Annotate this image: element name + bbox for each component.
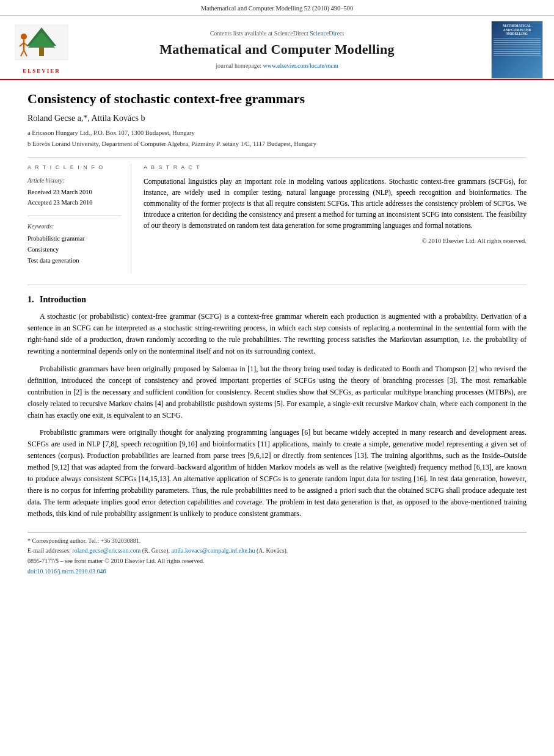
affiliations-block: a Ericsson Hungary Ltd., P.O. Box 107, 1… bbox=[27, 128, 527, 149]
intro-paragraph-1: A stochastic (or probabilistic) context-… bbox=[27, 311, 527, 357]
main-content-area: Consistency of stochastic context-free g… bbox=[0, 80, 554, 588]
journal-cover-right: MATHEMATICALAND COMPUTERMODELLING bbox=[482, 21, 543, 79]
keyword-1: Probabilistic grammar bbox=[27, 233, 122, 244]
journal-header-band: ELSEVIER Contents lists available at Sci… bbox=[0, 16, 554, 80]
accepted-date: Accepted 23 March 2010 bbox=[27, 198, 122, 208]
email2-link[interactable]: attila.kovacs@compalg.inf.elte.hu bbox=[172, 547, 255, 554]
footnotes-area: * Corresponding author. Tel.: +36 302030… bbox=[27, 532, 527, 576]
article-info-abstract-section: A R T I C L E I N F O Article history: R… bbox=[27, 164, 527, 273]
article-history-block: Article history: Received 23 March 2010 … bbox=[27, 176, 122, 208]
email-footnote: E-mail addresses: roland.gecse@ericsson.… bbox=[27, 546, 527, 556]
elsevier-tree-icon bbox=[15, 24, 68, 66]
keyword-2: Consistency bbox=[27, 244, 122, 255]
homepage-link[interactable]: www.elsevier.com/locate/mcm bbox=[263, 62, 338, 69]
sciencedirect-link[interactable]: ScienceDirect bbox=[310, 30, 344, 37]
cover-decorative-lines bbox=[494, 38, 541, 57]
intro-paragraph-3: Probabilistic grammars were originally t… bbox=[27, 427, 527, 520]
journal-citation-header: Mathematical and Computer Modelling 52 (… bbox=[0, 0, 554, 16]
contents-available-line: Contents lists available at ScienceDirec… bbox=[78, 29, 476, 38]
abstract-header: A B S T R A C T bbox=[144, 164, 527, 172]
section-title-text: Introduction bbox=[40, 295, 86, 304]
authors-text: Roland Gecse a,*, Attila Kovács b bbox=[27, 114, 145, 123]
svg-point-4 bbox=[21, 34, 27, 40]
keywords-label: Keywords: bbox=[27, 222, 122, 231]
homepage-line: journal homepage: www.elsevier.com/locat… bbox=[78, 62, 476, 71]
elsevier-wordmark: ELSEVIER bbox=[23, 67, 60, 75]
divider-top bbox=[27, 157, 527, 158]
issn-line: 0895-7177/$ – see front matter © 2010 El… bbox=[27, 557, 527, 566]
article-info-column: A R T I C L E I N F O Article history: R… bbox=[27, 164, 131, 273]
keyword-3: Test data generation bbox=[27, 255, 122, 266]
copyright-line: © 2010 Elsevier Ltd. All rights reserved… bbox=[144, 236, 527, 245]
svg-rect-1 bbox=[39, 48, 44, 56]
paper-title: Consistency of stochastic context-free g… bbox=[27, 91, 527, 107]
citation-text: Mathematical and Computer Modelling 52 (… bbox=[201, 5, 354, 12]
doi-line: doi:10.1016/j.mcm.2010.03.046 bbox=[27, 567, 527, 576]
affiliation-a: a Ericsson Hungary Ltd., P.O. Box 107, 1… bbox=[27, 128, 527, 138]
intro-paragraph-2: Probabilistic grammars have been origina… bbox=[27, 363, 527, 421]
journal-title: Mathematical and Computer Modelling bbox=[78, 40, 476, 59]
article-info-header: A R T I C L E I N F O bbox=[27, 164, 122, 172]
corresponding-author-note: * Corresponding author. Tel.: +36 302030… bbox=[27, 536, 527, 546]
doi-link[interactable]: doi:10.1016/j.mcm.2010.03.046 bbox=[27, 568, 106, 575]
authors-line: Roland Gecse a,*, Attila Kovács b bbox=[27, 112, 527, 125]
email1-link[interactable]: roland.gecse@ericsson.com bbox=[72, 547, 140, 554]
abstract-column: A B S T R A C T Computational linguistic… bbox=[144, 164, 527, 273]
received-date: Received 23 March 2010 bbox=[27, 187, 122, 198]
elsevier-logo-left: ELSEVIER bbox=[11, 24, 72, 75]
section-number: 1. bbox=[27, 295, 34, 304]
article-history-label: Article history: bbox=[27, 176, 122, 186]
cover-title-text: MATHEMATICALAND COMPUTERMODELLING bbox=[503, 24, 531, 36]
introduction-section-title: 1. Introduction bbox=[27, 294, 527, 306]
divider-body bbox=[27, 285, 527, 285]
abstract-text: Computational linguistics play an import… bbox=[144, 176, 527, 231]
journal-cover-thumbnail: MATHEMATICALAND COMPUTERMODELLING bbox=[491, 21, 543, 79]
keywords-block: Keywords: Probabilistic grammar Consiste… bbox=[27, 222, 122, 266]
divider-keywords bbox=[27, 216, 122, 216]
journal-center-info: Contents lists available at ScienceDirec… bbox=[72, 29, 482, 70]
affiliation-b: b Eötvös Loránd University, Department o… bbox=[27, 139, 527, 149]
